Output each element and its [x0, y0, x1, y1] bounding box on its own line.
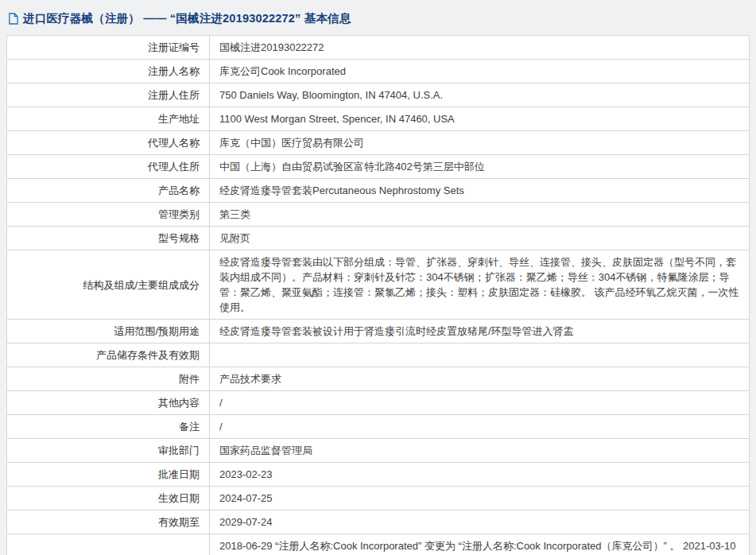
row-value: 2024-07-25 — [210, 487, 750, 510]
row-value: 经皮肾造瘘导管套装由以下部分组成：导管、扩张器、穿刺针、导丝、连接管、接头、皮肤… — [210, 250, 750, 320]
row-value: / — [210, 391, 750, 415]
table-row: 批准日期 2023-02-23 — [7, 463, 750, 487]
row-value: 库克（中国）医疗贸易有限公司 — [210, 131, 750, 155]
row-label: 注册人住所 — [7, 83, 210, 107]
page-header: 进口医疗器械（注册） —— “国械注进20193022272” 基本信息 — [6, 6, 750, 35]
table-row: 产品名称 经皮肾造瘘导管套装Percutaneous Nephrostomy S… — [7, 179, 750, 203]
row-value — [210, 343, 750, 367]
document-icon — [8, 13, 18, 25]
row-label: 适用范围/预期用途 — [7, 320, 210, 343]
table-row: 管理类别 第三类 — [7, 203, 750, 227]
table-row: 其他内容 / — [7, 391, 750, 415]
table-row: 有效期至 2029-07-24 — [7, 510, 750, 534]
row-label: 备注 — [7, 415, 210, 439]
table-row: 注册人名称 库克公司Cook Incorporated — [7, 60, 750, 83]
table-row: 型号规格 见附页 — [7, 227, 750, 250]
row-label: 注册人名称 — [7, 60, 210, 83]
row-value: 1100 West Morgan Street, Spencer, IN 474… — [210, 107, 750, 131]
row-label: 生效日期 — [7, 487, 210, 510]
table-row: 备注 / — [7, 415, 750, 439]
row-value: 国家药品监督管理局 — [210, 439, 750, 463]
table-row: 附件 产品技术要求 — [7, 367, 750, 391]
row-label: 变更情况 — [7, 534, 210, 555]
row-value: 第三类 — [210, 203, 750, 227]
row-label: 产品储存条件及有效期 — [7, 343, 210, 367]
row-value: 2018-06-29 “注册人名称:Cook Incorporated” 变更为… — [210, 534, 750, 555]
row-value: / — [210, 415, 750, 439]
row-label: 批准日期 — [7, 463, 210, 487]
row-label: 审批部门 — [7, 439, 210, 463]
row-label: 注册证编号 — [7, 36, 210, 60]
row-label: 产品名称 — [7, 179, 210, 203]
table-row: 适用范围/预期用途 经皮肾造瘘导管套装被设计用于肾造瘘引流时经皮置放猪尾/环型导… — [7, 320, 750, 343]
table-row: 生产地址 1100 West Morgan Street, Spencer, I… — [7, 107, 750, 131]
page: 进口医疗器械（注册） —— “国械注进20193022272” 基本信息 注册证… — [0, 0, 756, 555]
row-value: 750 Daniels Way, Bloomington, IN 47404, … — [210, 83, 750, 107]
page-title: 进口医疗器械（注册） —— “国械注进20193022272” 基本信息 — [23, 11, 351, 26]
table-row: 生效日期 2024-07-25 — [7, 487, 750, 510]
row-value: 国械注进20193022272 — [210, 36, 750, 60]
table-row: 代理人名称 库克（中国）医疗贸易有限公司 — [7, 131, 750, 155]
row-value: 中国（上海）自由贸易试验区富特北路402号第三层中部位 — [210, 155, 750, 179]
row-value: 产品技术要求 — [210, 367, 750, 391]
row-label: 有效期至 — [7, 510, 210, 534]
table-row: 产品储存条件及有效期 — [7, 343, 750, 367]
row-label: 代理人名称 — [7, 131, 210, 155]
table-row: 结构及组成/主要组成成分 经皮肾造瘘导管套装由以下部分组成：导管、扩张器、穿刺针… — [7, 250, 750, 320]
row-label: 管理类别 — [7, 203, 210, 227]
table-row: 注册人住所 750 Daniels Way, Bloomington, IN 4… — [7, 83, 750, 107]
table-row: 审批部门 国家药品监督管理局 — [7, 439, 750, 463]
row-label: 结构及组成/主要组成成分 — [7, 250, 210, 320]
table-row: 注册证编号 国械注进20193022272 — [7, 36, 750, 60]
row-label: 代理人住所 — [7, 155, 210, 179]
table-row: 变更情况 2018-06-29 “注册人名称:Cook Incorporated… — [7, 534, 750, 555]
row-label: 生产地址 — [7, 107, 210, 131]
row-label: 型号规格 — [7, 227, 210, 250]
row-value: 见附页 — [210, 227, 750, 250]
row-value: 2023-02-23 — [210, 463, 750, 487]
table-row: 代理人住所 中国（上海）自由贸易试验区富特北路402号第三层中部位 — [7, 155, 750, 179]
row-label: 其他内容 — [7, 391, 210, 415]
row-value: 2029-07-24 — [210, 510, 750, 534]
row-value: 经皮肾造瘘导管套装被设计用于肾造瘘引流时经皮置放猪尾/环型导管进入肾盂 — [210, 320, 750, 343]
registration-info-table: 注册证编号 国械注进20193022272 注册人名称 库克公司Cook Inc… — [6, 35, 750, 555]
row-value: 经皮肾造瘘导管套装Percutaneous Nephrostomy Sets — [210, 179, 750, 203]
row-value: 库克公司Cook Incorporated — [210, 60, 750, 83]
row-label: 附件 — [7, 367, 210, 391]
